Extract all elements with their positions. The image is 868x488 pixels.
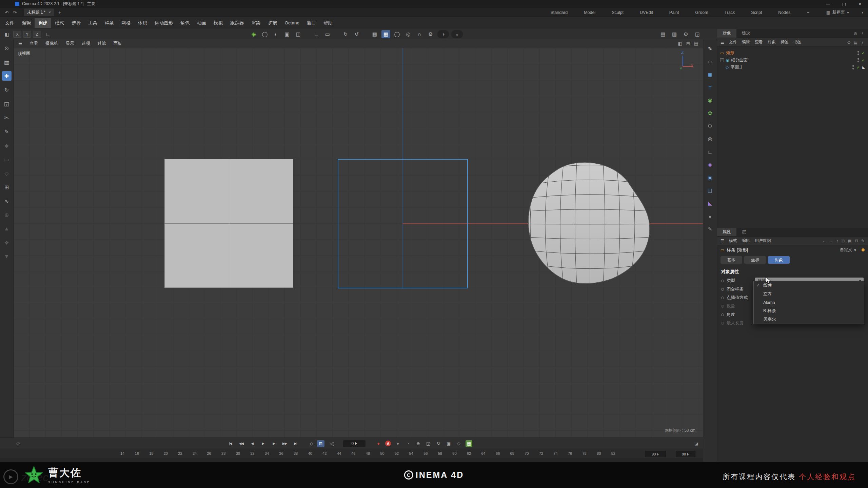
- render-view-icon[interactable]: ▤: [658, 30, 667, 38]
- subdivision-surface-object[interactable]: [526, 161, 654, 288]
- axis-lock-button[interactable]: Z: [33, 31, 41, 38]
- record-parameter-toggle[interactable]: ▣: [445, 440, 452, 447]
- viewport-filter-icon[interactable]: ▼: [2, 252, 12, 261]
- dropdown-option[interactable]: ✓ 立方: [754, 290, 864, 298]
- object-manager-menu-item[interactable]: 编辑: [742, 39, 750, 45]
- menu-item[interactable]: 模式: [51, 18, 68, 28]
- layout-tab[interactable]: Groom: [687, 10, 716, 15]
- menu-item[interactable]: 扩展: [264, 18, 281, 28]
- layout-tab[interactable]: UVEdit: [632, 10, 661, 15]
- tab-objects[interactable]: 对象: [717, 29, 736, 38]
- viewport-menu-item[interactable]: 查看: [29, 41, 38, 46]
- knife-tool-icon[interactable]: ✂: [2, 113, 12, 122]
- snap-settings-icon[interactable]: ❖: [2, 238, 12, 247]
- parent-object-icon[interactable]: ↑: [836, 239, 838, 243]
- object-manager-menu-item[interactable]: 标签: [781, 39, 789, 45]
- interactive-render-icon[interactable]: ◲: [693, 30, 702, 38]
- record-pla-toggle[interactable]: ◇: [455, 440, 462, 447]
- selection-tool-icon[interactable]: ▦: [2, 57, 12, 67]
- viewport[interactable]: 顶视图 Z X Y: [14, 48, 703, 438]
- maximize-button[interactable]: ▢: [836, 0, 852, 8]
- ui-toggle-icon[interactable]: ◑: [861, 10, 863, 15]
- menu-item[interactable]: 运动图形: [151, 18, 177, 28]
- render-picture-viewer-icon[interactable]: ▥: [670, 30, 679, 38]
- viewport-menu-item[interactable]: 面板: [114, 41, 122, 46]
- camera-icon[interactable]: ▣: [706, 174, 714, 182]
- keyframe-mode-icon[interactable]: ◇: [308, 440, 315, 447]
- anim-dot-icon[interactable]: [721, 280, 724, 282]
- object-row-subdivision-surface[interactable]: + ◉ 细分曲面 ✓: [717, 57, 868, 64]
- prev-key-button[interactable]: ◀◀: [237, 440, 246, 447]
- layout-select[interactable]: ▦ 新界面 ▾: [826, 9, 849, 15]
- viewport-view-label[interactable]: 顶视图: [18, 51, 31, 57]
- timeline-fit-icon[interactable]: ◢: [695, 441, 698, 446]
- menu-item[interactable]: 渲染: [248, 18, 264, 28]
- enabled-check-icon[interactable]: ✓: [862, 58, 865, 63]
- expander-icon[interactable]: +: [720, 58, 724, 62]
- visibility-dots[interactable]: [857, 58, 859, 62]
- record-rotation-toggle[interactable]: ↻: [435, 440, 442, 447]
- close-tab-icon[interactable]: ✕: [48, 11, 51, 14]
- attribute-menu-item[interactable]: 编辑: [742, 238, 750, 244]
- layout-icon[interactable]: ◫: [294, 30, 303, 38]
- goto-start-button[interactable]: |◀: [226, 440, 235, 447]
- rectangle-spline-object[interactable]: [338, 159, 468, 288]
- snap-circle-icon[interactable]: ◯: [393, 30, 401, 38]
- preset-dropdown[interactable]: 自定义 ▾: [840, 247, 865, 253]
- menu-item[interactable]: 动画: [193, 18, 210, 28]
- layout-tab[interactable]: Track: [716, 10, 743, 15]
- document-tab[interactable]: 未标题 1 * ✕: [24, 8, 54, 16]
- section-tab[interactable]: 对象: [768, 256, 790, 264]
- ruler-icon[interactable]: ∟: [312, 30, 321, 38]
- polygon-mode-icon[interactable]: ⊕: [2, 210, 12, 220]
- menu-item[interactable]: 帮助: [320, 18, 336, 28]
- layout-tab[interactable]: Standard: [542, 10, 576, 15]
- primitive-cube-icon[interactable]: ◼: [706, 70, 714, 79]
- capsule-b-icon[interactable]: ◒: [451, 30, 463, 38]
- menu-item[interactable]: Octane: [281, 18, 303, 28]
- dropdown-option[interactable]: ✓ 贝塞尔: [754, 315, 864, 324]
- rotate-view-icon[interactable]: ↻: [341, 30, 350, 38]
- frame-snap-icon[interactable]: ⊞: [317, 440, 324, 447]
- timeline-marker-icon[interactable]: ◇: [16, 441, 20, 446]
- object-manager-menu-item[interactable]: 文件: [729, 39, 737, 45]
- axis-mode-icon[interactable]: ▲: [2, 224, 12, 233]
- object-row-plane[interactable]: ◇ 平面.1 ✓ ◣: [717, 64, 868, 71]
- menu-item[interactable]: 工具: [84, 18, 101, 28]
- layout-tab[interactable]: Script: [743, 10, 770, 15]
- menu-item[interactable]: 模拟: [210, 18, 226, 28]
- hamburger-icon[interactable]: ☰: [721, 239, 724, 243]
- more-icon[interactable]: ⋮: [861, 40, 865, 45]
- object-name[interactable]: 矩形: [726, 50, 734, 56]
- menu-item[interactable]: 网格: [118, 18, 134, 28]
- view-quad-icon[interactable]: ⊞: [686, 41, 690, 46]
- menu-item[interactable]: 窗口: [303, 18, 320, 28]
- close-button[interactable]: ✕: [852, 0, 868, 8]
- layout-tab[interactable]: +: [798, 10, 817, 15]
- new-document-tab-button[interactable]: +: [58, 10, 61, 15]
- keyframe-selection-button[interactable]: ●: [394, 440, 401, 447]
- filter-icon[interactable]: ▤: [854, 40, 857, 45]
- overlay-icon[interactable]: ▣: [283, 30, 292, 38]
- history-forward-icon[interactable]: →: [829, 239, 833, 243]
- search-icon[interactable]: ⊙: [847, 40, 851, 45]
- current-frame-field[interactable]: 0 F: [343, 440, 366, 447]
- modeling-settings-icon[interactable]: ⚙: [426, 30, 435, 38]
- tab-attributes[interactable]: 属性: [717, 228, 736, 236]
- timing-button[interactable]: ◔: [405, 440, 411, 447]
- search-icon[interactable]: ⊙: [854, 31, 857, 36]
- anim-dot-icon[interactable]: [721, 297, 724, 299]
- object-manager-menu-item[interactable]: 书签: [793, 39, 802, 45]
- record-position-toggle[interactable]: ⊕: [415, 440, 421, 447]
- enabled-check-icon[interactable]: ✓: [856, 65, 860, 70]
- preset-dot-icon[interactable]: [862, 248, 865, 251]
- menu-item[interactable]: 样条: [101, 18, 118, 28]
- layout-tab[interactable]: Nodes: [770, 10, 798, 15]
- annotate-icon[interactable]: ✎: [706, 225, 714, 233]
- history-back-icon[interactable]: ←: [822, 239, 826, 243]
- menu-item[interactable]: 文件: [1, 18, 18, 28]
- layout-tab[interactable]: Paint: [661, 10, 687, 15]
- move-tool-icon[interactable]: ✚: [2, 71, 12, 81]
- dropdown-option[interactable]: ✓ B-样条: [754, 307, 864, 315]
- axis-icon[interactable]: ∟: [706, 148, 714, 156]
